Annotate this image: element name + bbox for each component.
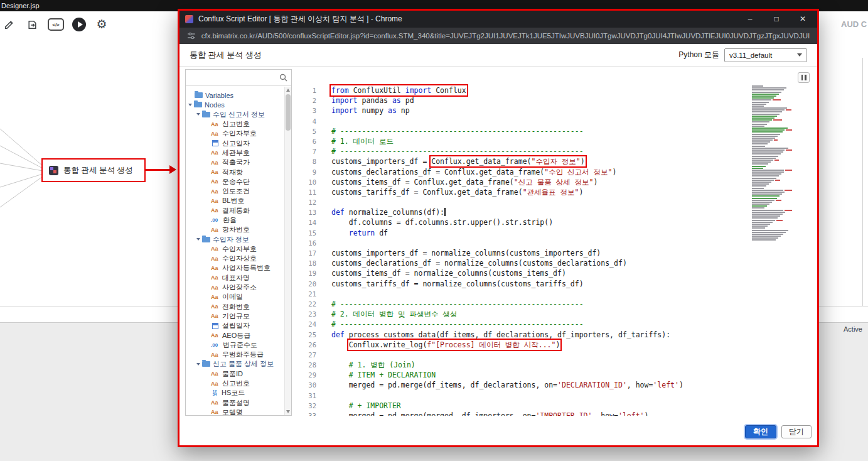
confirm-button[interactable]: 확인 xyxy=(745,425,776,438)
tree-item[interactable]: Nodes xyxy=(186,100,284,109)
tree-item[interactable]: Aa세관부호 xyxy=(186,148,284,158)
canvas-node[interactable]: 통합 관세 분석 생성 xyxy=(41,158,146,182)
tree-item[interactable]: .00환율 xyxy=(186,215,284,225)
code-line[interactable]: 3import numpy as np xyxy=(300,106,813,116)
code-line[interactable]: 19customs_items_df = normalize_columns(c… xyxy=(300,268,813,278)
scroll-up-arrow-icon[interactable] xyxy=(286,89,290,92)
search-input[interactable] xyxy=(186,70,291,85)
tree-item[interactable]: Aa적재항 xyxy=(186,167,284,176)
tree-item[interactable]: Aa대표자명 xyxy=(186,273,284,283)
code-line[interactable]: 16 xyxy=(300,238,813,248)
code-token: customs_items_df = normalize_columns(cus… xyxy=(331,269,566,278)
tree-item[interactable]: 신고 물품 상세 정보 xyxy=(186,359,284,369)
tree-item[interactable]: 신고일자 xyxy=(186,138,284,148)
tree-item[interactable]: Aa적출국가 xyxy=(186,158,284,167)
chevron-down-icon[interactable] xyxy=(188,104,192,106)
text-field-icon: Aa xyxy=(211,399,220,406)
tree-item[interactable]: Aa물품설명 xyxy=(186,398,284,408)
tree-item[interactable]: AaBL번호 xyxy=(186,196,284,205)
window-titlebar[interactable]: Conflux Script Editor [ 통합 관세 이상치 탐지 분석 … xyxy=(179,11,817,28)
code-text: customs_declarations_df = Conflux.get_da… xyxy=(325,167,616,177)
code-line[interactable]: 12 xyxy=(300,197,813,207)
tree-item[interactable]: Aa결제통화 xyxy=(186,206,284,215)
tree-item[interactable]: Aa사업장주소 xyxy=(186,283,284,292)
code-line[interactable]: 30 merged = pd.merge(df_items, df_declar… xyxy=(300,380,813,390)
code-line[interactable]: 9customs_declarations_df = Conflux.get_d… xyxy=(300,167,813,177)
code-line[interactable]: 29 # ITEM + DECLARATION xyxy=(300,370,813,380)
tree-item[interactable]: Aa이메일 xyxy=(186,292,284,301)
address-bar[interactable]: cfx.bimatrix.co.kr/AUD/500/confluxScript… xyxy=(179,28,817,44)
search-icon[interactable] xyxy=(279,73,287,82)
code-token: "수입 신고서 정보" xyxy=(544,168,612,176)
tree-item[interactable]: .00법규준수도 xyxy=(186,340,284,350)
code-line[interactable]: 21 xyxy=(300,289,813,299)
tree-item[interactable]: Aa운송수단 xyxy=(186,177,284,187)
scrollbar-thumb[interactable] xyxy=(286,94,291,131)
scroll-down-arrow-icon[interactable] xyxy=(286,410,290,413)
python-module-select[interactable]: v3.11_default xyxy=(724,48,807,62)
code-line[interactable]: 33 merged = pd.merge(merged, df_importer… xyxy=(300,411,813,416)
site-settings-icon[interactable] xyxy=(187,31,196,40)
code-line[interactable]: 1from ConfluxUtil import Conflux xyxy=(300,85,813,95)
close-dialog-button[interactable]: 닫기 xyxy=(781,425,812,438)
minimap-line xyxy=(752,215,792,217)
tree-item[interactable]: Aa모델명 xyxy=(186,408,284,415)
code-line[interactable]: 15 return df xyxy=(300,228,813,238)
code-line[interactable]: 2import pandas as pd xyxy=(300,95,813,106)
code-line[interactable]: 5# -------------------------------------… xyxy=(300,126,813,136)
tree-item[interactable]: Variables xyxy=(186,90,284,100)
code-line[interactable]: 14 df.columns = df.columns.str.upper().s… xyxy=(300,217,813,227)
chevron-down-icon[interactable] xyxy=(196,238,200,241)
code-line[interactable]: 22# ------------------------------------… xyxy=(300,299,813,309)
tree-scrollbar[interactable] xyxy=(284,87,291,415)
code-line[interactable]: 8customs_importers_df = Conflux.get_data… xyxy=(300,156,813,166)
code-line[interactable]: 28 # 1. 병합 (Join) xyxy=(300,360,813,370)
code-line[interactable]: 17customs_importers_df = normalize_colum… xyxy=(300,248,813,258)
tree-item[interactable]: AaAEO등급 xyxy=(186,330,284,340)
tree-item[interactable]: Aa항차번호 xyxy=(186,225,284,234)
tree-item[interactable]: Aa우범화주등급 xyxy=(186,350,284,359)
code-line[interactable]: 25def process_customs_data(df_items, df_… xyxy=(300,330,813,340)
chevron-down-icon[interactable] xyxy=(196,363,200,366)
tree-item[interactable]: Aa인도조건 xyxy=(186,187,284,196)
code-line[interactable]: 18customs_declarations_df = normalize_co… xyxy=(300,258,813,268)
code-line[interactable]: 23# 2. 데이터 병합 및 파생변수 생성 xyxy=(300,309,813,319)
tree-item[interactable]: Aa기업규모 xyxy=(186,312,284,321)
code-line[interactable]: 31 xyxy=(300,391,813,401)
tree-item[interactable]: Aa사업자등록번호 xyxy=(186,263,284,273)
tree-item[interactable]: Aa수입자부호 xyxy=(186,129,284,138)
tree-item[interactable]: 수입 신고서 정보 xyxy=(186,110,284,119)
tree-item[interactable]: Aa신고번호 xyxy=(186,379,284,388)
tree-item[interactable]: 수입자 정보 xyxy=(186,234,284,244)
code-line[interactable]: 13def normalize_columns(df): xyxy=(300,207,813,217)
tree-item[interactable]: Aa신고번호 xyxy=(186,119,284,129)
tree-item[interactable]: 설립일자 xyxy=(186,321,284,330)
text-field-icon: Aa xyxy=(211,352,220,358)
code-line[interactable]: 11customs_tariffs_df = Conflux.get_data_… xyxy=(300,187,813,197)
split-view-toggle-icon[interactable] xyxy=(798,72,810,83)
tree-item[interactable]: 1234HS코드 xyxy=(186,388,284,398)
minimize-button[interactable]: – xyxy=(739,11,761,28)
code-editor[interactable]: 1from ConfluxUtil import Conflux2import … xyxy=(300,69,813,416)
code-text: def process_customs_data(df_items, df_de… xyxy=(325,330,670,340)
code-line[interactable]: 24# ------------------------------------… xyxy=(300,319,813,329)
code-line[interactable]: 7# -------------------------------------… xyxy=(300,146,813,156)
tree-item[interactable]: Aa전화번호 xyxy=(186,302,284,312)
code-line[interactable]: 32 # + IMPORTER xyxy=(300,401,813,411)
python-module-value: v3.11_default xyxy=(729,52,772,59)
tree-item[interactable]: Aa수입자상호 xyxy=(186,254,284,263)
maximize-button[interactable]: □ xyxy=(766,11,787,28)
code-line[interactable]: 6# 1. 데이터 로드 xyxy=(300,136,813,146)
tree-item-label: 수입 신고서 정보 xyxy=(213,110,265,119)
code-line[interactable]: 26 Conflux.write_log(f"[Process] 데이터 병합 … xyxy=(300,340,813,350)
code-line[interactable]: 27 xyxy=(300,350,813,360)
code-line[interactable]: 20customs_tariffs_df = normalize_columns… xyxy=(300,279,813,289)
chevron-down-icon[interactable] xyxy=(196,113,200,116)
close-button[interactable]: ✕ xyxy=(792,11,813,28)
code-line[interactable]: 10customs_items_df = Conflux.get_data_fr… xyxy=(300,177,813,187)
code-line[interactable]: 4 xyxy=(300,116,813,126)
minimap[interactable] xyxy=(752,85,792,247)
tree-item[interactable]: Aa수입자부호 xyxy=(186,244,284,254)
tree-item[interactable]: Aa물품ID xyxy=(186,369,284,379)
line-number: 17 xyxy=(300,248,325,258)
